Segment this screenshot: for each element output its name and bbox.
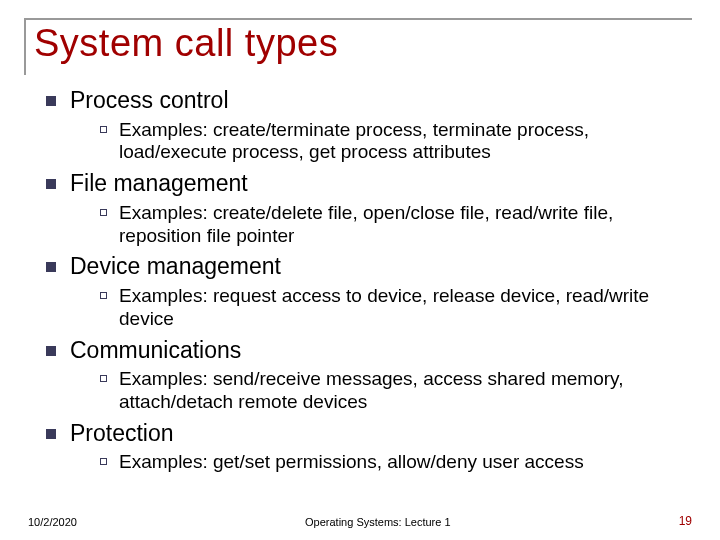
list-item-label: Device management — [70, 253, 281, 281]
list-subitem-label: Examples: get/set permissions, allow/den… — [119, 451, 584, 474]
list-item: Communications — [46, 337, 686, 365]
list-subitem: Examples: send/receive messages, access … — [100, 368, 686, 414]
list-subitem: Examples: request access to device, rele… — [100, 285, 686, 331]
list-subitem-label: Examples: send/receive messages, access … — [119, 368, 679, 414]
list-subitem-label: Examples: request access to device, rele… — [119, 285, 679, 331]
hollow-square-bullet-icon — [100, 292, 107, 299]
footer-date: 10/2/2020 — [28, 516, 77, 528]
slide-title: System call types — [34, 22, 692, 65]
list-subitem: Examples: create/delete file, open/close… — [100, 202, 686, 248]
list-item-label: Communications — [70, 337, 241, 365]
list-item: Device management — [46, 253, 686, 281]
square-bullet-icon — [46, 262, 56, 272]
square-bullet-icon — [46, 179, 56, 189]
list-subitem-label: Examples: create/terminate process, term… — [119, 119, 679, 165]
list-item: Process control — [46, 87, 686, 115]
hollow-square-bullet-icon — [100, 375, 107, 382]
hollow-square-bullet-icon — [100, 126, 107, 133]
list-item-label: File management — [70, 170, 248, 198]
list-subitem: Examples: create/terminate process, term… — [100, 119, 686, 165]
square-bullet-icon — [46, 346, 56, 356]
list-subitem-label: Examples: create/delete file, open/close… — [119, 202, 679, 248]
hollow-square-bullet-icon — [100, 209, 107, 216]
list-item-label: Protection — [70, 420, 174, 448]
list-item: Protection — [46, 420, 686, 448]
title-frame: System call types — [24, 18, 692, 75]
footer-page-number: 19 — [679, 514, 692, 528]
slide: System call types Process control Exampl… — [0, 0, 720, 540]
list-subitem: Examples: get/set permissions, allow/den… — [100, 451, 686, 474]
hollow-square-bullet-icon — [100, 458, 107, 465]
list-item-label: Process control — [70, 87, 229, 115]
slide-footer: 10/2/2020 Operating Systems: Lecture 1 1… — [0, 514, 720, 528]
slide-body: Process control Examples: create/termina… — [28, 75, 692, 474]
square-bullet-icon — [46, 96, 56, 106]
list-item: File management — [46, 170, 686, 198]
square-bullet-icon — [46, 429, 56, 439]
footer-title: Operating Systems: Lecture 1 — [77, 516, 679, 528]
